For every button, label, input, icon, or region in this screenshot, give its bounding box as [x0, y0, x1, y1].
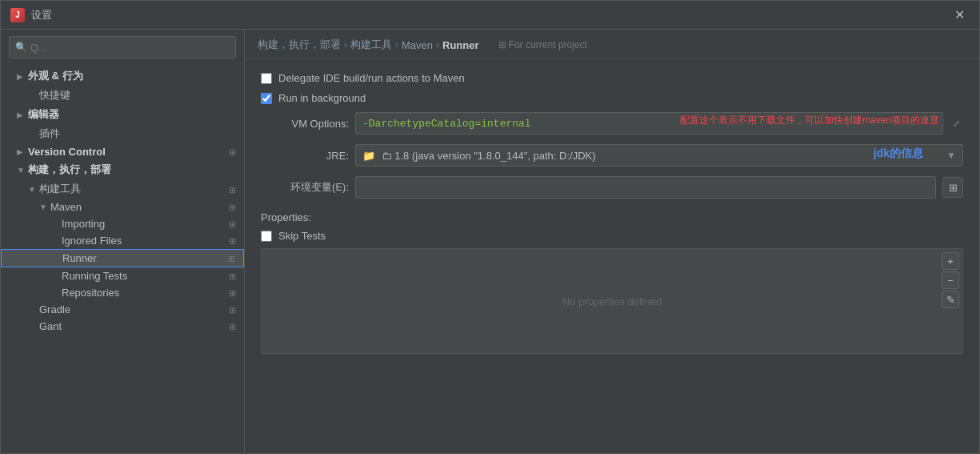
- delegate-label[interactable]: Delegate IDE build/run actions to Maven: [278, 72, 465, 84]
- properties-section: Properties: Skip Tests + − ✎ No properti…: [261, 211, 963, 354]
- content-area: 🔍 ▶ 外观 & 行为 快捷键 ▶ 编辑器 插件: [1, 30, 979, 453]
- properties-area: + − ✎ No properties defined: [261, 248, 963, 354]
- breadcrumb-part2: 构建工具: [350, 38, 392, 52]
- settings-window: J 设置 ✕ 🔍 ▶ 外观 & 行为 快捷键 ▶ 编辑器: [0, 0, 980, 454]
- page-icon: [229, 146, 236, 158]
- sidebar-item-maven[interactable]: ▼ Maven: [1, 199, 244, 215]
- arrow-icon: ▼: [28, 185, 39, 194]
- search-input[interactable]: [30, 42, 230, 54]
- edit-property-button[interactable]: ✎: [942, 291, 959, 308]
- vm-expand-icon[interactable]: ⤢: [950, 117, 963, 131]
- properties-empty-label: No properties defined: [262, 249, 962, 353]
- titlebar: J 设置 ✕: [1, 1, 979, 30]
- sidebar-item-keymap[interactable]: 快捷键: [1, 86, 244, 105]
- sidebar-label-plugins: 插件: [39, 127, 236, 141]
- sidebar-label-build-tools: 构建工具: [39, 182, 229, 196]
- breadcrumb-part3: Maven: [402, 39, 433, 51]
- properties-toolbar: + − ✎: [942, 252, 959, 308]
- for-project-badge: ⊞ For current project: [498, 39, 587, 50]
- page-icon: [228, 252, 235, 264]
- page-icon: [229, 201, 236, 213]
- sidebar-item-repositories[interactable]: Repositories: [1, 284, 244, 301]
- sidebar-label-ignored-files: Ignored Files: [62, 235, 229, 247]
- page-icon: [229, 270, 236, 282]
- arrow-icon: ▶: [17, 72, 28, 81]
- page-icon: [229, 218, 236, 230]
- breadcrumb-sep2: ›: [395, 39, 398, 50]
- breadcrumb: 构建，执行，部署 › 构建工具 › Maven › Runner ⊞ For c…: [245, 30, 979, 59]
- sidebar-label-appearance: 外观 & 行为: [28, 69, 236, 83]
- sidebar-item-running-tests[interactable]: Running Tests: [1, 267, 244, 284]
- breadcrumb-sep3: ›: [436, 39, 439, 50]
- add-property-button[interactable]: +: [942, 252, 959, 270]
- vm-options-label: VM Options:: [261, 118, 349, 130]
- sidebar-item-build-deploy[interactable]: ▼ 构建，执行，部署: [1, 160, 244, 179]
- jre-label: JRE:: [261, 150, 349, 162]
- sidebar-item-plugins[interactable]: 插件: [1, 124, 244, 143]
- vm-options-input[interactable]: [355, 112, 943, 135]
- sidebar-label-version-control: Version Control: [28, 146, 229, 158]
- run-background-label[interactable]: Run in background: [278, 92, 366, 104]
- run-background-checkbox[interactable]: [261, 93, 272, 104]
- sidebar-label-keymap: 快捷键: [39, 88, 236, 102]
- sidebar-item-ignored-files[interactable]: Ignored Files: [1, 232, 244, 249]
- breadcrumb-part1: 构建，执行，部署: [258, 38, 341, 52]
- env-button[interactable]: ⊞: [942, 177, 963, 198]
- sidebar-label-repositories: Repositories: [62, 287, 229, 299]
- sidebar-label-gradle: Gradle: [39, 303, 229, 315]
- arrow-icon: ▶: [17, 147, 28, 156]
- window-title: 设置: [31, 8, 52, 22]
- search-box[interactable]: 🔍: [9, 36, 236, 58]
- sidebar-label-runner: Runner: [62, 252, 228, 264]
- panel-body: Delegate IDE build/run actions to Maven …: [245, 59, 979, 453]
- jre-row: JRE: 📁 🗀 1.8 (java version "1.8.0_144", …: [261, 144, 963, 167]
- properties-label: Properties:: [261, 211, 963, 223]
- env-row: 环境变量(E): ⊞: [261, 176, 963, 199]
- page-icon: [229, 235, 236, 247]
- main-panel: 构建，执行，部署 › 构建工具 › Maven › Runner ⊞ For c…: [245, 30, 979, 453]
- sidebar-label-editor: 编辑器: [28, 107, 236, 122]
- sidebar-item-appearance[interactable]: ▶ 外观 & 行为: [1, 66, 244, 86]
- sidebar-item-runner[interactable]: Runner: [1, 249, 244, 267]
- sidebar-label-gant: Gant: [39, 320, 229, 332]
- skip-tests-row: Skip Tests: [261, 230, 963, 242]
- sidebar-item-importing[interactable]: Importing: [1, 215, 244, 232]
- arrow-icon: ▼: [17, 166, 28, 175]
- jre-value: 📁 🗀 1.8 (java version "1.8.0_144", path:…: [362, 150, 596, 162]
- sidebar-label-running-tests: Running Tests: [62, 270, 229, 282]
- page-icon: [229, 183, 236, 195]
- sidebar-item-gant[interactable]: Gant: [1, 318, 244, 335]
- sidebar-label-build-deploy: 构建，执行，部署: [28, 163, 236, 177]
- page-icon: [229, 303, 236, 315]
- vm-options-row: VM Options: ⤢ 配置这个表示不用下载文件，可以加快创建maven项目…: [261, 112, 963, 135]
- page-icon: [229, 287, 236, 299]
- delegate-checkbox-row: Delegate IDE build/run actions to Maven: [261, 72, 963, 84]
- breadcrumb-current: Runner: [442, 39, 479, 51]
- skip-tests-label[interactable]: Skip Tests: [278, 230, 326, 242]
- arrow-icon: ▼: [39, 203, 50, 211]
- sidebar-label-importing: Importing: [62, 218, 229, 230]
- sidebar-item-version-control[interactable]: ▶ Version Control: [1, 143, 244, 160]
- breadcrumb-sep1: ›: [344, 39, 347, 50]
- arrow-icon: ▶: [17, 110, 28, 119]
- sidebar-label-maven: Maven: [50, 201, 229, 213]
- sidebar-item-build-tools[interactable]: ▼ 构建工具: [1, 179, 244, 199]
- close-button[interactable]: ✕: [950, 6, 970, 24]
- sidebar: 🔍 ▶ 外观 & 行为 快捷键 ▶ 编辑器 插件: [1, 30, 245, 453]
- search-icon: 🔍: [15, 42, 27, 53]
- env-input[interactable]: [355, 176, 936, 199]
- skip-tests-checkbox[interactable]: [261, 231, 272, 242]
- remove-property-button[interactable]: −: [942, 271, 959, 289]
- sidebar-tree: ▶ 外观 & 行为 快捷键 ▶ 编辑器 插件 ▶ Version Co: [1, 65, 244, 453]
- sidebar-item-gradle[interactable]: Gradle: [1, 301, 244, 318]
- env-label: 环境变量(E):: [261, 180, 349, 195]
- delegate-checkbox[interactable]: [261, 73, 272, 84]
- page-icon: [229, 320, 236, 332]
- sidebar-item-editor[interactable]: ▶ 编辑器: [1, 105, 244, 124]
- run-background-checkbox-row: Run in background: [261, 92, 963, 104]
- app-icon: J: [10, 8, 25, 22]
- dropdown-arrow-icon: ▼: [946, 150, 956, 161]
- jre-select[interactable]: 📁 🗀 1.8 (java version "1.8.0_144", path:…: [355, 144, 963, 167]
